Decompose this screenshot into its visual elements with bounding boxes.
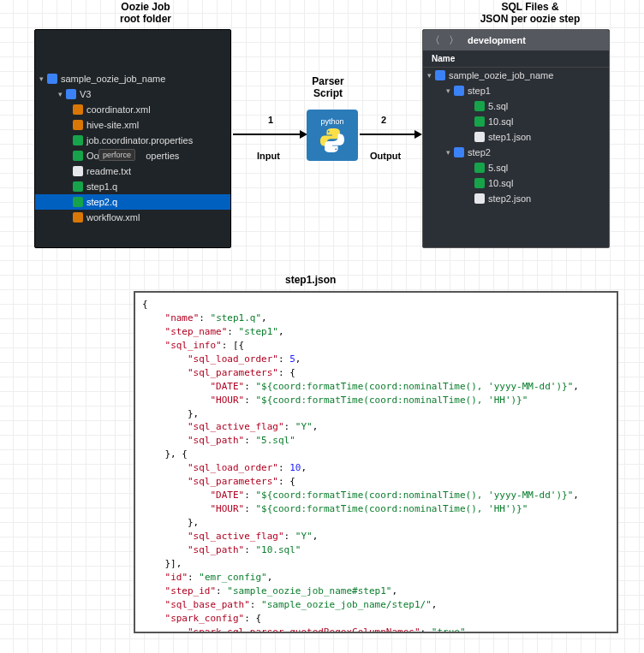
tree-row-file[interactable]: 5.sql — [423, 98, 609, 114]
tree-label: sample_oozie_job_name — [449, 70, 553, 80]
q-file-icon — [73, 197, 83, 207]
sql-file-icon — [474, 116, 485, 127]
python-icon-box: python — [307, 110, 358, 161]
tree-label: sample_oozie_job_name — [61, 74, 165, 84]
tree-row-file[interactable]: coordinator.xml — [35, 102, 230, 117]
tree-row-file[interactable]: 10.sql — [423, 114, 609, 129]
label-step-1: 1 — [268, 115, 273, 125]
tree-row-root[interactable]: ▾ sample_oozie_job_name — [423, 68, 609, 83]
tree-label: 10.sql — [488, 178, 513, 188]
tree-label: job.coordinator.properties — [86, 135, 193, 145]
tree-row-file[interactable]: step1.q — [35, 179, 230, 194]
json-file-icon — [474, 193, 485, 204]
label-input: Input — [257, 151, 280, 161]
sql-file-icon — [474, 163, 485, 173]
python-label: python — [320, 117, 343, 126]
tree-row-file[interactable]: step1.json — [423, 129, 609, 145]
tree-label: step2.q — [86, 197, 117, 207]
tree-label: coordinator.xml — [86, 104, 151, 115]
perforce-badge: perforce — [98, 149, 135, 161]
tree-label: 5.sql — [488, 101, 508, 111]
arrow-line-output — [360, 134, 416, 135]
chevron-down-icon: ▾ — [425, 71, 433, 80]
label-output: Output — [370, 151, 401, 161]
xml-file-icon — [73, 104, 83, 115]
chevron-down-icon: ▾ — [444, 86, 452, 95]
json-code-panel: { "name": "step1.q", "step_name": "step1… — [134, 291, 618, 633]
tree-label: hive-site.xml — [86, 120, 139, 130]
tree-row-root[interactable]: ▾ sample_oozie_job_name — [35, 71, 230, 86]
nav-forward-icon[interactable]: 〉 — [449, 33, 459, 48]
tree-row-file-selected[interactable]: step2.q — [35, 194, 230, 210]
tree-row-folder[interactable]: ▾ step1 — [423, 83, 609, 98]
tree-row-sub[interactable]: ▾ V3 — [35, 86, 230, 102]
python-logo-icon — [319, 128, 345, 153]
tree-label: step1.json — [488, 132, 531, 142]
tree-label: step1 — [468, 86, 491, 96]
label-right-header: SQL Files & JSON per oozie step — [466, 2, 594, 26]
tree-label: workflow.xml — [86, 212, 140, 223]
folder-icon — [454, 86, 464, 96]
sql-file-icon — [474, 178, 485, 188]
tree-row-file[interactable]: job.coordinator.properties — [35, 133, 230, 148]
tree-row-file[interactable]: readme.txt — [35, 163, 230, 179]
tree-row-file[interactable]: 10.sql — [423, 175, 609, 191]
nav-back-icon[interactable]: 〈 — [430, 33, 440, 48]
chevron-down-icon: ▾ — [444, 148, 452, 157]
label-left-header: Oozie Job root folder — [94, 2, 197, 26]
tree-label: step2.json — [488, 193, 531, 204]
folder-icon — [435, 70, 445, 80]
folder-icon — [47, 74, 57, 84]
tree-row-folder[interactable]: ▾ step2 — [423, 145, 609, 160]
xml-file-icon — [73, 120, 83, 130]
tree-label: V3 — [80, 89, 91, 99]
xml-file-icon — [73, 212, 83, 223]
tree-row-file[interactable]: workflow.xml — [35, 210, 230, 225]
tree-label: 5.sql — [488, 163, 508, 173]
tree-label: step1.q — [86, 181, 117, 192]
sql-file-icon — [474, 101, 485, 111]
txt-file-icon — [73, 166, 83, 176]
tree-label: readme.txt — [86, 166, 131, 176]
tree-label: step2 — [468, 147, 491, 157]
label-step-2: 2 — [381, 115, 386, 125]
tree-row-file[interactable]: 5.sql — [423, 160, 609, 175]
json-file-icon — [474, 132, 485, 142]
folder-icon — [66, 89, 76, 99]
properties-file-icon — [73, 151, 83, 161]
code-title: step1.json — [285, 274, 336, 286]
label-center-header: Parser Script — [294, 76, 362, 100]
right-output-panel: 〈 〉 development Name ▾ sample_oozie_job_… — [422, 29, 610, 248]
chevron-down-icon: ▾ — [37, 74, 45, 83]
q-file-icon — [73, 181, 83, 192]
panel-title: development — [468, 35, 526, 45]
tree-row-file[interactable]: Ooz________operties perforce — [35, 148, 230, 163]
tree-row-file[interactable]: hive-site.xml — [35, 117, 230, 133]
text-fragment: operties — [146, 151, 179, 161]
left-file-tree-panel: ▾ sample_oozie_job_name ▾ V3 coordinator… — [34, 29, 231, 248]
arrow-head-icon — [414, 130, 422, 139]
folder-icon — [454, 147, 464, 157]
column-header: Name — [423, 50, 609, 68]
chevron-down-icon: ▾ — [56, 90, 64, 98]
column-name-header: Name — [432, 54, 455, 63]
arrow-line-input — [233, 134, 301, 135]
tree-row-file[interactable]: step2.json — [423, 191, 609, 206]
tree-label: 10.sql — [488, 116, 513, 127]
properties-file-icon — [73, 135, 83, 145]
panel-header: 〈 〉 development — [423, 30, 609, 50]
